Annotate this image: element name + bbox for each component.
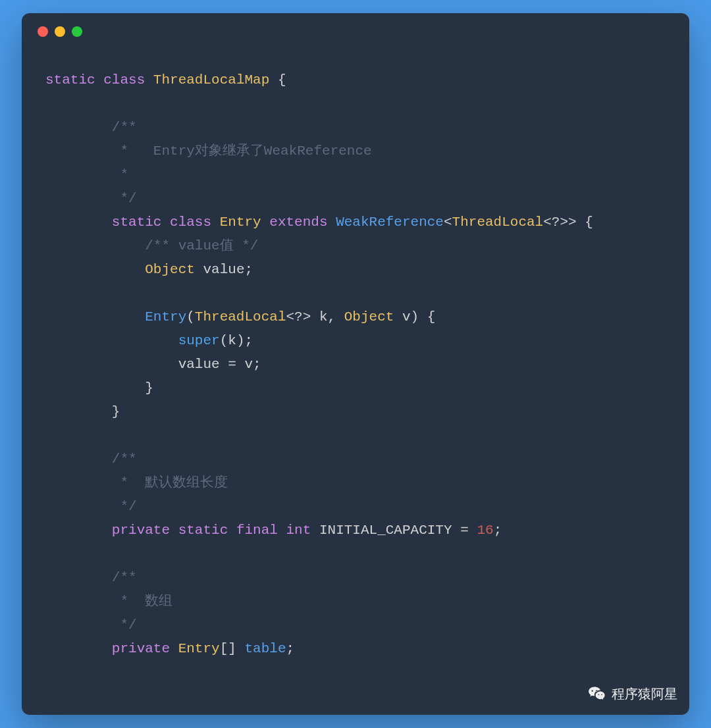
comment: */ [45, 499, 137, 514]
identifier: table [245, 641, 286, 656]
keyword: static [178, 523, 228, 538]
wechat-icon [588, 685, 606, 703]
close-icon[interactable] [38, 26, 48, 37]
comment: /** value值 */ [145, 238, 258, 253]
brace: } [145, 380, 153, 396]
identifier: v [244, 357, 253, 372]
titlebar [22, 13, 689, 50]
arg: k [228, 333, 236, 348]
semicolon: ; [244, 333, 253, 348]
type-ref: Object [344, 309, 394, 325]
watermark-text: 程序猿阿星 [612, 685, 677, 703]
comment: * Entry对象继承了WeakReference [45, 143, 372, 159]
type-ref: Entry [178, 641, 220, 656]
operator: < [444, 215, 452, 230]
type-ref: ThreadLocal [452, 215, 544, 230]
paren: ( [220, 333, 228, 348]
paren: ) [411, 309, 419, 325]
code-window: static class ThreadLocalMap { /** * Entr… [22, 13, 689, 715]
brace: { [585, 215, 593, 230]
keyword: class [170, 215, 211, 230]
semicolon: ; [253, 357, 261, 372]
watermark: 程序猿阿星 [588, 685, 677, 703]
brace: { [427, 309, 436, 325]
comment: * 数组 [45, 594, 172, 609]
keyword: static [112, 215, 162, 230]
keyword: final [236, 523, 278, 538]
brace: } [112, 404, 120, 419]
minimize-icon[interactable] [55, 26, 65, 37]
keyword: extends [269, 215, 327, 230]
code-content: static class ThreadLocalMap { /** * Entr… [22, 50, 689, 679]
keyword: int [286, 523, 311, 538]
number-literal: 16 [477, 523, 493, 538]
comment: * 默认数组长度 [45, 475, 228, 490]
operator: = [460, 523, 469, 538]
identifier: INITIAL_CAPACITY [319, 523, 452, 538]
keyword: private [112, 523, 170, 538]
array-brackets: [] [220, 641, 236, 656]
param: k [319, 309, 328, 325]
comment: */ [45, 191, 137, 206]
semicolon: ; [244, 262, 253, 277]
constructor: Entry [145, 309, 186, 325]
method-call: super [178, 333, 220, 348]
operator: <?>> [543, 215, 576, 230]
semicolon: ; [286, 641, 295, 656]
comment: /** [112, 452, 137, 467]
type-ref: Object [145, 262, 195, 277]
comment: /** [112, 570, 137, 585]
keyword: private [112, 641, 170, 656]
maximize-icon[interactable] [72, 26, 82, 37]
type-ref: ThreadLocal [195, 309, 286, 325]
paren: ( [186, 309, 195, 325]
operator: = [228, 357, 236, 372]
identifier: value [178, 357, 220, 372]
comment: * [45, 167, 128, 182]
keyword: class [103, 72, 145, 88]
wildcard: <?> [286, 309, 311, 325]
paren: ) [236, 333, 245, 348]
identifier: value [203, 262, 244, 277]
param: v [402, 309, 411, 325]
brace: { [278, 72, 286, 88]
comment: /** [112, 120, 137, 135]
comma: , [328, 309, 336, 325]
keyword: static [45, 72, 95, 88]
semicolon: ; [494, 523, 502, 538]
class-name: ThreadLocalMap [153, 72, 269, 88]
class-name: Entry [220, 215, 261, 230]
comment: */ [45, 617, 137, 633]
type-ref: WeakReference [336, 215, 444, 230]
